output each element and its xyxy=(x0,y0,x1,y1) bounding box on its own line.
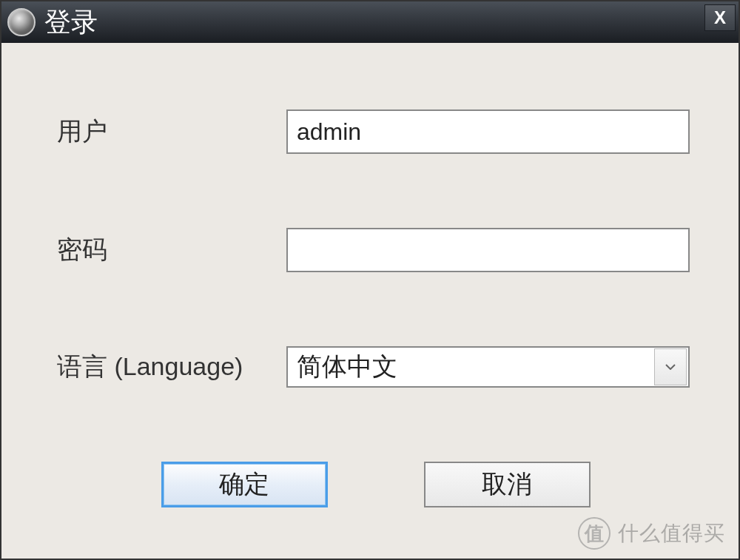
watermark-text: 什么值得买 xyxy=(618,519,725,547)
language-value: 简体中文 xyxy=(288,350,654,384)
username-label: 用户 xyxy=(57,115,286,149)
close-icon: X xyxy=(714,7,726,28)
cancel-button[interactable]: 取消 xyxy=(424,462,591,507)
titlebar: 登录 X xyxy=(1,1,739,43)
language-label: 语言 (Language) xyxy=(57,350,286,384)
password-row: 密码 xyxy=(57,228,694,272)
login-dialog: 登录 X 用户 密码 语言 (Language) 简体中文 xyxy=(0,0,740,560)
button-row: 确定 取消 xyxy=(57,462,694,507)
cancel-button-label: 取消 xyxy=(482,468,532,502)
language-row: 语言 (Language) 简体中文 xyxy=(57,346,694,388)
watermark-icon: 值 xyxy=(578,517,610,550)
close-button[interactable]: X xyxy=(704,4,736,31)
ok-button[interactable]: 确定 xyxy=(161,462,328,507)
password-label: 密码 xyxy=(57,233,286,267)
window-title: 登录 xyxy=(44,4,98,41)
ok-button-label: 确定 xyxy=(219,468,269,502)
dropdown-arrow xyxy=(654,348,687,385)
username-input[interactable] xyxy=(286,109,690,154)
app-icon xyxy=(7,8,36,36)
language-select[interactable]: 简体中文 xyxy=(286,346,690,388)
watermark: 值 什么值得买 xyxy=(578,517,725,550)
chevron-down-icon xyxy=(665,364,676,370)
username-row: 用户 xyxy=(57,109,694,154)
dialog-content: 用户 密码 语言 (Language) 简体中文 确定 xyxy=(1,43,739,537)
password-input[interactable] xyxy=(286,228,690,272)
